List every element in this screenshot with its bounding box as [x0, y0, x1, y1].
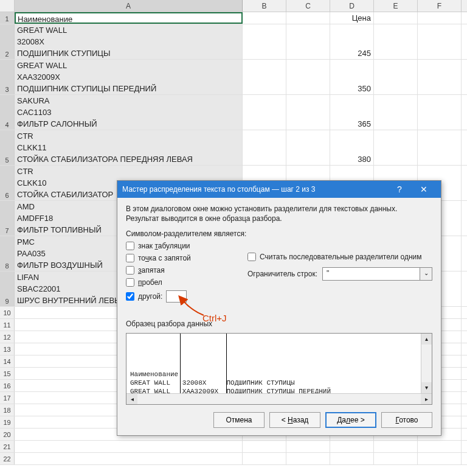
scroll-left-icon[interactable]: ◂	[126, 394, 137, 404]
cell-C1[interactable]	[286, 12, 330, 24]
cell-F2[interactable]	[418, 24, 462, 59]
cell-B2[interactable]	[243, 24, 286, 59]
row-header-12[interactable]: 12	[0, 331, 15, 343]
row-header-21[interactable]: 21	[0, 441, 15, 452]
help-button[interactable]: ?	[387, 184, 412, 194]
cell-A5[interactable]: CTRCLKK11СТОЙКА СТАБИЛИЗАТОРА ПЕРЕДНЯЯ Л…	[15, 130, 243, 165]
cell-D21[interactable]	[330, 441, 374, 452]
cell-E3[interactable]	[374, 60, 418, 94]
cell-C3[interactable]	[286, 60, 330, 94]
qualifier-value[interactable]: "	[322, 267, 420, 281]
cell-D3[interactable]: 350	[330, 60, 374, 94]
delim-space-checkbox[interactable]	[126, 278, 134, 287]
row-header-1[interactable]: 1	[0, 12, 15, 24]
column-header-D[interactable]: D	[330, 0, 374, 12]
cell-B1[interactable]	[243, 12, 286, 24]
preview-vscroll[interactable]: ▴ ▾	[421, 334, 432, 393]
column-header-F[interactable]: F	[418, 0, 462, 12]
cell-C21[interactable]	[286, 441, 330, 452]
delim-semicolon-row[interactable]: точка с запятой	[126, 254, 247, 262]
preview-hscroll[interactable]: ◂ ▸	[126, 393, 432, 404]
cell-F4[interactable]	[418, 95, 462, 130]
row-header-6[interactable]: 6	[0, 166, 15, 200]
cell-D1[interactable]: Цена	[330, 12, 374, 24]
cancel-button[interactable]: Отмена	[213, 412, 265, 428]
cell-F5[interactable]	[418, 130, 462, 165]
row-header-19[interactable]: 19	[0, 416, 15, 428]
row-header-10[interactable]: 10	[0, 307, 15, 318]
delim-comma-row[interactable]: запятая	[126, 266, 247, 275]
cell-E22[interactable]	[374, 453, 418, 464]
column-header-A[interactable]: A	[15, 0, 243, 12]
column-header-C[interactable]: C	[286, 0, 330, 12]
cell-B5[interactable]	[243, 130, 286, 165]
row-header-17[interactable]: 17	[0, 392, 15, 404]
delim-other-input[interactable]	[166, 290, 187, 303]
row-header-11[interactable]: 11	[0, 319, 15, 331]
delim-tab-checkbox[interactable]	[126, 242, 134, 250]
cell-A22[interactable]	[15, 453, 243, 464]
cell-A1[interactable]: Наименование	[15, 12, 243, 24]
cell-E5[interactable]	[374, 130, 418, 165]
row-header-20[interactable]: 20	[0, 429, 15, 440]
delim-tab-row[interactable]: знак табуляции	[126, 242, 247, 250]
cell-C2[interactable]	[286, 24, 330, 59]
cell-B21[interactable]	[243, 441, 286, 452]
cell-E4[interactable]	[374, 95, 418, 130]
cell-C5[interactable]	[286, 130, 330, 165]
scroll-down-icon[interactable]: ▾	[421, 382, 432, 393]
cell-A2[interactable]: GREAT WALL32008XПОДШИПНИК СТУПИЦЫ	[15, 24, 243, 59]
column-header-B[interactable]: B	[243, 0, 286, 12]
row-header-18[interactable]: 18	[0, 404, 15, 416]
delim-other-checkbox[interactable]	[126, 292, 134, 301]
cell-A3[interactable]: GREAT WALLXAA32009XПОДШИПНИК СТУПИЦЫ ПЕР…	[15, 60, 243, 94]
cell-D4[interactable]: 365	[330, 95, 374, 130]
row-header-2[interactable]: 2	[0, 24, 15, 59]
cell-D2[interactable]: 245	[330, 24, 374, 59]
cell-F3[interactable]	[418, 60, 462, 94]
consecutive-checkbox[interactable]	[247, 253, 256, 261]
row-header-7[interactable]: 7	[0, 201, 15, 236]
cell-D5[interactable]: 380	[330, 130, 374, 165]
row-header-22[interactable]: 22	[0, 453, 15, 464]
scroll-up-icon[interactable]: ▴	[421, 334, 432, 345]
consecutive-row[interactable]: Считать последовательные разделители одн…	[247, 253, 432, 261]
row-header-9[interactable]: 9	[0, 271, 15, 306]
cell-F22[interactable]	[418, 453, 462, 464]
delim-semicolon-checkbox[interactable]	[126, 254, 134, 262]
cell-C22[interactable]	[286, 453, 330, 464]
cell-C4[interactable]	[286, 95, 330, 130]
row-header-15[interactable]: 15	[0, 368, 15, 379]
cell-E21[interactable]	[374, 441, 418, 452]
cell-B4[interactable]	[243, 95, 286, 130]
cell-E1[interactable]	[374, 12, 418, 24]
row-header-4[interactable]: 4	[0, 95, 15, 130]
row-header-8[interactable]: 8	[0, 236, 15, 271]
cell-A4[interactable]: SAKURACAC1103ФИЛЬТР САЛОННЫЙ	[15, 95, 243, 130]
cell-D22[interactable]	[330, 453, 374, 464]
select-all-corner[interactable]	[0, 0, 15, 12]
close-button[interactable]: ✕	[412, 184, 436, 194]
back-button[interactable]: < Назад	[269, 412, 320, 428]
row-header-3[interactable]: 3	[0, 60, 15, 94]
cell-B22[interactable]	[243, 453, 286, 464]
scroll-right-icon[interactable]: ▸	[421, 394, 432, 404]
cell-F1[interactable]	[418, 12, 462, 24]
row-header-13[interactable]: 13	[0, 343, 15, 355]
qualifier-dropdown-button[interactable]: ⌄	[420, 267, 432, 281]
cell-B3[interactable]	[243, 60, 286, 94]
dialog-titlebar[interactable]: Мастер распределения текста по столбцам …	[117, 181, 441, 198]
row-header-14[interactable]: 14	[0, 355, 15, 367]
next-button[interactable]: Далее >	[325, 412, 376, 428]
column-header-E[interactable]: E	[374, 0, 418, 12]
delim-other-row[interactable]: другой:	[126, 290, 247, 303]
qualifier-select[interactable]: " ⌄	[322, 267, 432, 281]
cell-E2[interactable]	[374, 24, 418, 59]
delim-space-row[interactable]: пробел	[126, 278, 247, 287]
row-header-5[interactable]: 5	[0, 130, 15, 165]
delim-comma-checkbox[interactable]	[126, 266, 134, 275]
cell-F21[interactable]	[418, 441, 462, 452]
finish-button[interactable]: Готово	[381, 412, 432, 428]
row-header-16[interactable]: 16	[0, 380, 15, 391]
cell-A21[interactable]	[15, 441, 243, 452]
